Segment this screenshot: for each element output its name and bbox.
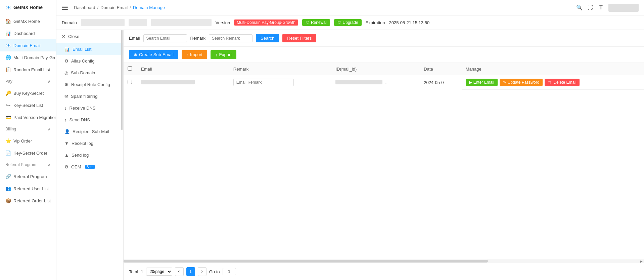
main-content: Email Remark Search Reset Filters ⊕ Crea… — [124, 30, 644, 280]
referral-icon: 🔗 — [5, 174, 11, 179]
page-size-select[interactable]: 20/page — [146, 268, 172, 276]
email-remark-input[interactable] — [233, 79, 294, 86]
sidebar-item-label: Domain Email — [13, 43, 41, 48]
key-icon: 🔑 — [5, 90, 11, 96]
sub-sidebar-item-send-dns[interactable]: ↑ Send DNS — [56, 114, 123, 126]
spam-icon: ✉ — [64, 94, 68, 99]
avatar — [608, 4, 639, 12]
close-button[interactable]: ✕ Close — [56, 30, 123, 43]
th-remark: Remark — [229, 63, 332, 75]
sidebar-item-random-email[interactable]: 📋 Random Email List — [0, 64, 56, 76]
table-horizontal-scrollbar[interactable]: ▶ — [124, 259, 644, 263]
sub-sidebar-item-email-list[interactable]: 📊 Email List — [56, 43, 123, 55]
sub-sidebar-item-alias-config[interactable]: ⚙ Alias Config — [56, 55, 123, 67]
sub-sidebar-item-label: Send DNS — [70, 117, 90, 122]
top-right-controls: 🔍 ⛶ T — [576, 4, 639, 12]
subdomain-icon: ◎ — [64, 70, 68, 75]
sidebar-item-paid-version[interactable]: 💳 Paid Version Migration — [0, 111, 56, 123]
sub-sidebar-item-recipient-sub-mail[interactable]: 👤 Recipient Sub-Mail — [56, 126, 123, 137]
th-id: ID(mail_id) — [331, 63, 420, 75]
sidebar-item-getmx-home[interactable]: 🏠 GetMX Home — [0, 15, 56, 27]
renewal-button[interactable]: 🛡 Renewal — [302, 19, 330, 26]
pay-section-label: Pay — [5, 79, 12, 84]
sub-sidebar-item-oem[interactable]: ⚙ OEM Beta — [56, 161, 123, 173]
domain-dash — [129, 19, 147, 26]
key-list-icon: 🗝 — [5, 103, 11, 108]
sidebar-item-domain-email[interactable]: 📧 Domain Email — [0, 39, 56, 51]
send-dns-icon: ↑ — [64, 117, 67, 122]
breadcrumb-current: Domain Manage — [133, 5, 165, 10]
sidebar-section-pay[interactable]: Pay ∧ — [0, 76, 56, 87]
fullscreen-icon[interactable]: ⛶ — [587, 4, 594, 11]
sidebar-item-label: Key-Secret Order — [13, 151, 47, 156]
sidebar-item-referred-user[interactable]: 👥 Referred User List — [0, 183, 56, 195]
sidebar-item-dashboard[interactable]: 📊 Dashboard — [0, 27, 56, 39]
sub-sidebar-item-send-log[interactable]: ▲ Send log — [56, 149, 123, 161]
delete-email-button[interactable]: 🗑 Delete Email — [545, 79, 580, 86]
domain-dash2 — [151, 19, 212, 26]
update-icon: ✎ — [503, 80, 506, 85]
sidebar-item-label: Random Email List — [13, 67, 50, 72]
billing-section-label: Billing — [5, 127, 16, 131]
sub-sidebar-item-receipt-log[interactable]: ▼ Receipt log — [56, 137, 123, 149]
sidebar-item-multi-domain[interactable]: 🌐 Multi-Domain Pay-Group — [0, 51, 56, 64]
expiration-value: 2025-05-21 15:13:50 — [389, 20, 429, 25]
breadcrumb-dashboard[interactable]: Dashboard — [74, 5, 95, 10]
upgrade-button[interactable]: 🛡 Upgrade — [334, 19, 362, 26]
select-all-checkbox[interactable] — [128, 66, 132, 71]
beta-badge: Beta — [85, 165, 95, 169]
sub-sidebar-item-spam-filtering[interactable]: ✉ Spam filtering — [56, 90, 123, 102]
sub-sidebar-item-receive-dns[interactable]: ↓ Receive DNS — [56, 102, 123, 114]
sub-sidebar-item-label: Spam filtering — [71, 94, 97, 99]
sidebar-logo[interactable]: 📧 GetMX Home — [0, 0, 56, 15]
remark-search-input[interactable] — [209, 34, 252, 42]
update-password-button[interactable]: ✎ Update Password — [500, 79, 543, 86]
next-page-button[interactable]: > — [198, 267, 206, 276]
row-checkbox[interactable] — [128, 80, 132, 84]
sub-sidebar-item-sub-domain[interactable]: ◎ Sub-Domain — [56, 67, 123, 79]
sub-sidebar-item-label: Receipt Rule Config — [71, 82, 110, 87]
enter-email-button[interactable]: ▶ Enter Email — [466, 79, 498, 86]
row-id-cell: - — [331, 75, 420, 90]
sub-sidebar-scrollbar[interactable] — [121, 30, 123, 130]
create-sub-email-button[interactable]: ⊕ Create Sub-Email — [129, 50, 178, 59]
font-icon[interactable]: T — [598, 4, 604, 11]
sidebar-item-label: Vip Order — [13, 138, 32, 144]
sidebar-item-referred-order[interactable]: 📦 Referred Order List — [0, 195, 56, 207]
bar-chart-icon: 📊 — [64, 47, 70, 52]
prev-page-button[interactable]: < — [175, 267, 184, 276]
sidebar-item-vip-order[interactable]: ⭐ Vip Order — [0, 135, 56, 147]
sidebar-section-referral[interactable]: Referral Program ∧ — [0, 159, 56, 170]
sidebar-item-key-secret-list[interactable]: 🗝 Key-Secret List — [0, 99, 56, 111]
sub-sidebar-item-receipt-rule[interactable]: ⚙ Receipt Rule Config — [56, 79, 123, 90]
th-manage: Manage — [462, 63, 644, 75]
expiration-label: Expiration — [366, 20, 385, 25]
current-page-button[interactable]: 1 — [186, 267, 195, 276]
hamburger-menu[interactable] — [62, 6, 68, 10]
sidebar-item-label: Buy Key-Secret — [13, 91, 44, 96]
home-icon: 🏠 — [5, 18, 11, 24]
list-icon: 📋 — [5, 67, 11, 72]
action-bar: ⊕ Create Sub-Email ↑ Import ↑ Export — [124, 47, 644, 63]
sidebar-item-buy-key-secret[interactable]: 🔑 Buy Key-Secret — [0, 87, 56, 99]
search-icon[interactable]: 🔍 — [576, 4, 583, 11]
breadcrumb-sep1: / — [97, 5, 99, 10]
import-button[interactable]: ↑ Import — [182, 50, 207, 59]
sub-sidebar-item-label: Receipt log — [72, 141, 93, 146]
goto-input[interactable] — [223, 268, 236, 275]
reset-filters-button[interactable]: Reset Filters — [282, 34, 316, 42]
sidebar-section-billing[interactable]: Billing ∧ — [0, 123, 56, 135]
domain-label: Domain — [62, 20, 77, 25]
sidebar: 📧 GetMX Home 🏠 GetMX Home 📊 Dashboard 📧 … — [0, 0, 56, 280]
search-button[interactable]: Search — [256, 34, 279, 42]
breadcrumb: Dashboard / Domain Email / Domain Manage — [74, 5, 165, 10]
scroll-right-arrow[interactable]: ▶ — [640, 259, 643, 263]
export-button[interactable]: ↑ Export — [211, 50, 236, 59]
email-search-input[interactable] — [143, 34, 187, 42]
export-icon: ↑ — [215, 52, 218, 57]
sidebar-item-label: Referral Program — [13, 174, 47, 179]
sidebar-item-referral-program[interactable]: 🔗 Referral Program — [0, 170, 56, 183]
sub-sidebar-item-label: Email List — [73, 47, 91, 52]
breadcrumb-domain-email[interactable]: Domain Email — [100, 5, 128, 10]
sidebar-item-key-secret-order[interactable]: 📄 Key-Secret Order — [0, 147, 56, 159]
